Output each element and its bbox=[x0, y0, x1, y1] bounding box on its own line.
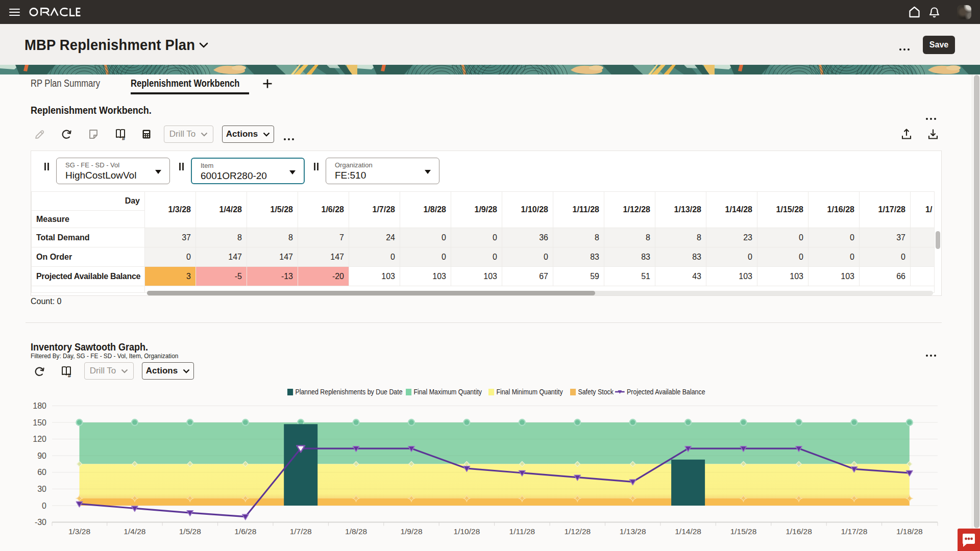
svg-text:120: 120 bbox=[33, 435, 46, 443]
svg-text:1/14/28: 1/14/28 bbox=[675, 527, 701, 536]
svg-text:-30: -30 bbox=[35, 518, 46, 527]
svg-text:0: 0 bbox=[42, 502, 46, 510]
svg-text:1/11/28: 1/11/28 bbox=[509, 527, 535, 536]
svg-text:1/3/28: 1/3/28 bbox=[68, 527, 90, 536]
svg-text:90: 90 bbox=[37, 452, 46, 460]
svg-text:#: # bbox=[122, 135, 125, 141]
svg-text:#: # bbox=[68, 372, 71, 378]
svg-text:1/4/28: 1/4/28 bbox=[124, 527, 145, 536]
svg-text:30: 30 bbox=[37, 485, 46, 493]
svg-text:1/17/28: 1/17/28 bbox=[841, 527, 868, 536]
svg-text:1/9/28: 1/9/28 bbox=[400, 527, 422, 536]
svg-text:180: 180 bbox=[33, 402, 46, 410]
svg-text:1/13/28: 1/13/28 bbox=[620, 527, 646, 536]
svg-text:1/12/28: 1/12/28 bbox=[564, 527, 591, 536]
svg-text:1/7/28: 1/7/28 bbox=[290, 527, 312, 536]
svg-text:1/18/28: 1/18/28 bbox=[896, 527, 923, 536]
svg-text:1/8/28: 1/8/28 bbox=[345, 527, 367, 536]
svg-text:1/10/28: 1/10/28 bbox=[454, 527, 480, 536]
svg-text:60: 60 bbox=[37, 468, 46, 477]
svg-text:1/15/28: 1/15/28 bbox=[730, 527, 757, 536]
svg-text:150: 150 bbox=[33, 418, 46, 427]
svg-text:1/16/28: 1/16/28 bbox=[786, 527, 812, 536]
svg-text:1/6/28: 1/6/28 bbox=[234, 527, 256, 536]
svg-text:1/5/28: 1/5/28 bbox=[179, 527, 201, 536]
